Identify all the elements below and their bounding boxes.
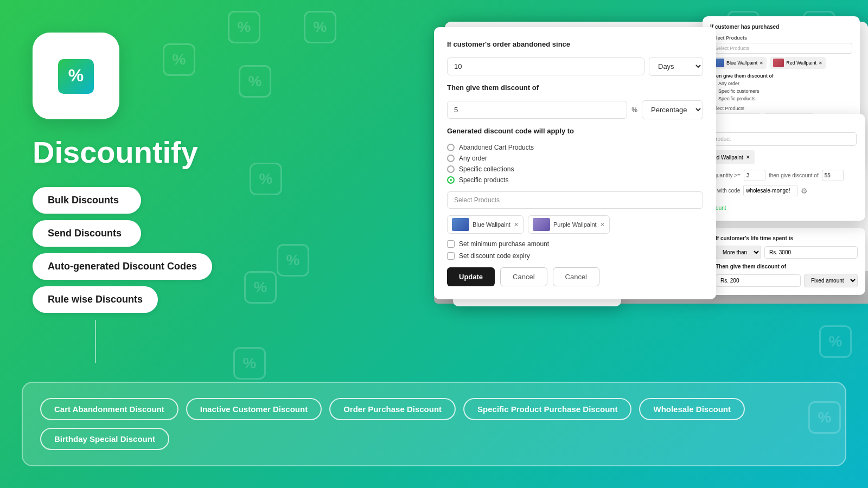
cart-abandonment-card: If customer's order abandoned since Days… bbox=[434, 27, 716, 299]
wholesale-products-placeholder[interactable]: Select Products bbox=[710, 43, 852, 54]
feature-send[interactable]: Send Discounts bbox=[33, 220, 141, 247]
wholesale-radio-any[interactable]: Any order bbox=[710, 81, 852, 86]
radio-specific-collections[interactable]: Specific collections bbox=[447, 165, 703, 173]
bottom-discount-panel: Cart Abandonment Discount Inactive Custo… bbox=[22, 382, 846, 466]
min-purchase-checkbox-row: Set minimum purchase amount bbox=[447, 240, 703, 248]
radio-specific-products[interactable]: Specific products bbox=[447, 176, 703, 184]
wholesale-red-thumb bbox=[773, 59, 784, 67]
card-main-title3: Generated discount code will apply to bbox=[447, 127, 703, 135]
lifetime-discount-input[interactable] bbox=[716, 274, 801, 287]
discount-type-select[interactable]: Percentage bbox=[642, 100, 703, 119]
app-icon: % bbox=[33, 33, 119, 119]
wholesale-radio-group: Any order Specific customers Specific pr… bbox=[710, 81, 852, 101]
wholesale-red-label: Red Wallpaint bbox=[786, 60, 816, 66]
lifetime-card: If customer's life time spent is More th… bbox=[708, 228, 865, 295]
days-select[interactable]: Days bbox=[649, 57, 703, 76]
cancel-button-2[interactable]: Cancel bbox=[553, 267, 599, 286]
svg-text:%: % bbox=[68, 66, 84, 85]
radio-any-order-circle bbox=[447, 155, 455, 162]
min-purchase-label: Set minimum purchase amount bbox=[459, 240, 549, 248]
min-purchase-checkbox[interactable] bbox=[447, 240, 455, 248]
remove-purple-wallpaint[interactable]: ✕ bbox=[600, 221, 605, 228]
lifetime-discount-label: Then give them discount of bbox=[716, 264, 858, 269]
cancel-button-1[interactable]: Cancel bbox=[500, 267, 547, 286]
tag-wholesale[interactable]: Wholesale Discount bbox=[639, 398, 745, 420]
product-tags: Blue Wallpaint ✕ Purple Wallpaint ✕ bbox=[447, 215, 703, 234]
radio-specific-products-circle bbox=[447, 176, 455, 184]
card-main-title1: If customer's order abandoned since bbox=[447, 40, 703, 48]
wholesale-chip-blue: Blue Wallpaint ✕ bbox=[710, 57, 767, 69]
feature-rule[interactable]: Rule wise Discounts bbox=[33, 286, 158, 313]
right-panel: If customer's order abandoned since Days… bbox=[407, 0, 868, 380]
lifetime-amount-input[interactable] bbox=[764, 246, 858, 259]
wholesale-radio-specific-products[interactable]: Specific products bbox=[710, 96, 852, 101]
radio-abandoned-cart-circle bbox=[447, 144, 455, 151]
wholesale-radio-any-label: Any order bbox=[718, 81, 739, 86]
feature-buttons: Bulk Discounts Send Discounts Auto-gener… bbox=[33, 187, 260, 313]
feature-auto[interactable]: Auto-generated Discount Codes bbox=[33, 253, 212, 280]
wholesale-blue-label: Blue Wallpaint bbox=[726, 60, 757, 66]
select-products-box[interactable]: Select Products bbox=[447, 191, 703, 209]
lifetime-condition-row: More than bbox=[716, 246, 858, 259]
lifetime-condition-select[interactable]: More than bbox=[716, 246, 761, 259]
purple-wallpaint-thumb bbox=[533, 218, 550, 231]
lifetime-discount-row: Fixed amount bbox=[716, 274, 858, 287]
discount-tags-row: Cart Abandonment Discount Inactive Custo… bbox=[40, 398, 828, 450]
radio-abandoned-cart[interactable]: Abandoned Cart Products bbox=[447, 144, 703, 151]
left-panel: % Discountify Bulk Discounts Send Discou… bbox=[33, 33, 260, 329]
wholesale-radio-specific-customers-label: Specific customers bbox=[718, 88, 760, 94]
lifetime-title: If customer's life time spent is bbox=[716, 235, 858, 241]
tag-specific-product[interactable]: Specific Product Purchase Discount bbox=[463, 398, 631, 420]
apply-to-radio-group: Abandoned Cart Products Any order Specif… bbox=[447, 144, 703, 184]
abandoned-since-row: Days bbox=[447, 57, 703, 76]
update-button[interactable]: Update bbox=[447, 267, 495, 286]
expiry-label: Set discount code expiry bbox=[459, 252, 530, 260]
feature-bulk[interactable]: Bulk Discounts bbox=[33, 187, 141, 214]
product-then-label: then give discount of bbox=[769, 172, 819, 178]
radio-specific-collections-circle bbox=[447, 165, 455, 173]
purple-wallpaint-label: Purple Wallpaint bbox=[553, 221, 597, 228]
abandoned-days-input[interactable] bbox=[447, 57, 644, 75]
card-main-title2: Then give them discount of bbox=[447, 84, 703, 92]
product-discount-input[interactable] bbox=[822, 170, 844, 181]
wholesale-select-products2-label: Select Products bbox=[710, 106, 852, 111]
wholesale-radio-specific-products-label: Specific products bbox=[718, 96, 756, 101]
expiry-checkbox-row: Set discount code expiry bbox=[447, 252, 703, 260]
product-chip-red-remove[interactable]: ✕ bbox=[746, 155, 750, 160]
lifetime-type-select[interactable]: Fixed amount bbox=[804, 274, 858, 287]
tag-birthday[interactable]: Birthday Special Discount bbox=[40, 428, 169, 450]
tag-inactive-customer[interactable]: Inactive Customer Discount bbox=[186, 398, 322, 420]
gear-icon[interactable]: ⚙ bbox=[801, 187, 808, 195]
product-tag-blue: Blue Wallpaint ✕ bbox=[447, 215, 524, 234]
discount-value-row: % Percentage bbox=[447, 100, 703, 119]
wholesale-product-tags: Blue Wallpaint ✕ Red Wallpaint ✕ bbox=[710, 57, 852, 69]
discount-value-input[interactable] bbox=[447, 101, 627, 119]
connector-line bbox=[95, 320, 96, 363]
wholesale-blue-remove[interactable]: ✕ bbox=[760, 61, 763, 66]
percent-symbol: % bbox=[631, 106, 637, 114]
product-code-label: with code bbox=[717, 188, 740, 194]
wholesale-chip-red: Red Wallpaint ✕ bbox=[770, 57, 826, 69]
tag-cart-abandonment[interactable]: Cart Abandonment Discount bbox=[40, 398, 178, 420]
app-title: Discountify bbox=[33, 134, 260, 170]
wholesale-title: If customer has purchased bbox=[710, 24, 852, 30]
blue-wallpaint-thumb bbox=[452, 218, 469, 231]
product-code-input[interactable] bbox=[743, 185, 797, 196]
tag-order-purchase[interactable]: Order Purchase Discount bbox=[329, 398, 456, 420]
remove-blue-wallpaint[interactable]: ✕ bbox=[514, 221, 519, 228]
product-tag-purple: Purple Wallpaint ✕ bbox=[528, 215, 610, 234]
expiry-checkbox[interactable] bbox=[447, 252, 455, 260]
wholesale-radio-specific-customers[interactable]: Specific customers bbox=[710, 88, 852, 94]
wholesale-then-label: Then give them discount of bbox=[710, 73, 852, 79]
wholesale-select-products-label: Select Products bbox=[710, 35, 852, 41]
wholesale-red-remove[interactable]: ✕ bbox=[819, 61, 822, 66]
blue-wallpaint-label: Blue Wallpaint bbox=[473, 221, 510, 228]
radio-any-order[interactable]: Any order bbox=[447, 155, 703, 162]
product-qty-input[interactable] bbox=[744, 170, 765, 181]
main-card-buttons: Update Cancel Cancel bbox=[447, 267, 703, 286]
